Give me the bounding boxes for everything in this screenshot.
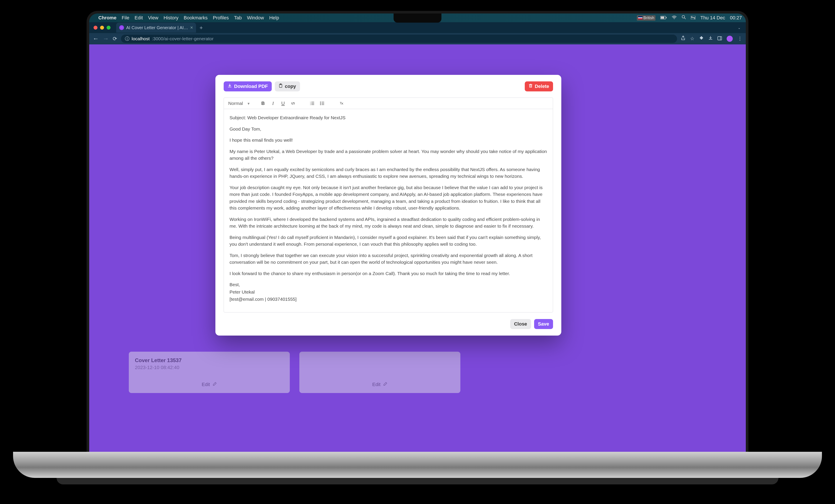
italic-button[interactable]: I: [270, 100, 276, 106]
tab-close-button[interactable]: ×: [190, 25, 193, 31]
letter-paragraph: Your job description caught my eye. Not …: [229, 184, 547, 211]
menu-bookmarks[interactable]: Bookmarks: [184, 15, 207, 21]
ordered-list-button[interactable]: 123: [309, 100, 315, 106]
delete-label: Delete: [535, 84, 549, 89]
letter-paragraph: I hope this email finds you well!: [229, 137, 547, 144]
share-icon[interactable]: [681, 36, 685, 42]
site-info-icon[interactable]: ⓘ: [125, 36, 129, 42]
tab-title: AI Cover Letter Generator | AI…: [126, 25, 188, 30]
browser-tab[interactable]: AI Cover Letter Generator | AI… ×: [116, 23, 196, 33]
letter-subject: Subject: Web Developer Extraordinaire Re…: [229, 114, 547, 121]
letter-paragraph: Being multilingual (Yes! I do call mysel…: [229, 234, 547, 248]
profile-avatar[interactable]: [727, 36, 733, 42]
svg-rect-2: [661, 17, 664, 19]
menu-help[interactable]: Help: [269, 15, 279, 21]
language-label: British: [643, 16, 654, 20]
bookmark-star-icon[interactable]: ☆: [690, 36, 694, 42]
svg-point-22: [320, 103, 321, 104]
menu-file[interactable]: File: [122, 15, 129, 21]
url-host: localhost: [131, 36, 150, 41]
download-pdf-button[interactable]: Download PDF: [224, 81, 272, 92]
rich-text-editor: Normal B I U 123 T Subject: [224, 98, 553, 313]
link-button[interactable]: [290, 100, 296, 106]
downloads-icon[interactable]: [708, 36, 713, 42]
forward-button[interactable]: →: [103, 35, 109, 42]
tab-strip: AI Cover Letter Generator | AI… × + ⌄: [89, 22, 746, 33]
menubar-time[interactable]: 00:27: [730, 15, 742, 21]
svg-point-24: [320, 104, 321, 105]
window-maximize-button[interactable]: [107, 26, 110, 29]
letter-paragraph: Well, simply put, I am equally excited b…: [229, 166, 547, 180]
letter-paragraph: Tom, I strongly believe that together we…: [229, 252, 547, 266]
delete-button[interactable]: Delete: [525, 81, 553, 92]
format-select[interactable]: Normal: [227, 100, 249, 107]
side-panel-icon[interactable]: [717, 36, 722, 42]
svg-rect-10: [718, 37, 722, 40]
back-button[interactable]: ←: [93, 35, 99, 42]
svg-rect-1: [666, 17, 667, 18]
menu-window[interactable]: Window: [247, 15, 264, 21]
menu-app-name[interactable]: Chrome: [98, 15, 116, 21]
flag-icon: [638, 16, 643, 19]
address-bar: ← → ⟳ ⓘ localhost:3000/ai-cover-letter-g…: [89, 33, 746, 44]
wifi-icon[interactable]: [672, 15, 677, 21]
copy-button[interactable]: copy: [275, 81, 300, 92]
letter-greeting: Good Day Tom,: [229, 125, 547, 133]
letter-contact: [test@email.com | 09037401555]: [229, 296, 547, 303]
menu-tab[interactable]: Tab: [234, 15, 242, 21]
input-language-badge[interactable]: British: [637, 15, 655, 21]
svg-point-4: [682, 16, 685, 18]
window-close-button[interactable]: [94, 26, 98, 29]
extensions-icon[interactable]: [699, 36, 704, 42]
download-icon: [228, 84, 232, 89]
close-button[interactable]: Close: [510, 319, 531, 329]
chrome-menu-icon[interactable]: ⋮: [737, 36, 742, 42]
reload-button[interactable]: ⟳: [113, 36, 117, 42]
menu-profiles[interactable]: Profiles: [213, 15, 229, 21]
control-center-icon[interactable]: [691, 15, 695, 21]
menu-view[interactable]: View: [148, 15, 158, 21]
tab-favicon-icon: [119, 25, 124, 30]
clear-format-button[interactable]: T: [338, 100, 344, 106]
underline-button[interactable]: U: [280, 100, 286, 106]
svg-point-3: [674, 19, 675, 19]
tab-list-chevron-icon[interactable]: ⌄: [738, 26, 743, 30]
url-input[interactable]: ⓘ localhost:3000/ai-cover-letter-generat…: [121, 35, 677, 43]
bold-button[interactable]: B: [260, 100, 266, 106]
editor-modal: Download PDF copy Delete: [216, 75, 561, 336]
bullet-list-button[interactable]: [319, 100, 325, 106]
editor-content[interactable]: Subject: Web Developer Extraordinaire Re…: [224, 109, 553, 312]
letter-paragraph: My name is Peter Utekal, a Web Developer…: [229, 148, 547, 162]
letter-closing: Best,: [229, 281, 547, 288]
clipboard-icon: [279, 84, 283, 89]
download-label: Download PDF: [234, 84, 268, 89]
svg-point-20: [320, 102, 321, 102]
menu-history[interactable]: History: [164, 15, 178, 21]
letter-signature-name: Peter Utekal: [229, 288, 547, 296]
page-viewport: Cover Letter 13537 2023-12-10 08:42:40 E…: [89, 44, 746, 452]
letter-paragraph: I look forward to the chance to share my…: [229, 270, 547, 277]
url-path: :3000/ai-cover-letter-generator: [152, 36, 213, 41]
window-minimize-button[interactable]: [100, 26, 104, 29]
menu-edit[interactable]: Edit: [135, 15, 143, 21]
editor-toolbar: Normal B I U 123 T: [224, 98, 553, 109]
spotlight-icon[interactable]: [681, 15, 686, 21]
save-button[interactable]: Save: [534, 319, 553, 329]
svg-point-7: [691, 16, 692, 17]
svg-line-5: [685, 18, 686, 19]
copy-label: copy: [285, 84, 296, 89]
new-tab-button[interactable]: +: [200, 24, 203, 31]
trash-icon: [529, 84, 533, 89]
letter-paragraph: Working on IronWiFi, where I developed t…: [229, 216, 547, 229]
menubar-date[interactable]: Thu 14 Dec: [700, 15, 725, 21]
battery-icon[interactable]: [660, 15, 667, 21]
svg-point-9: [694, 18, 695, 19]
svg-text:3: 3: [310, 104, 311, 105]
